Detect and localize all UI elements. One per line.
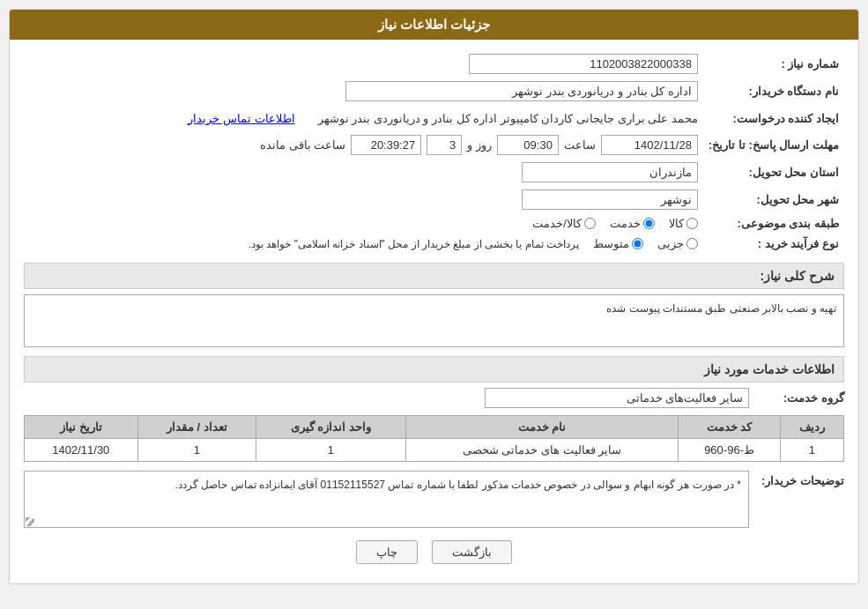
category-khedmat[interactable]: خدمت	[610, 217, 655, 230]
response-date: 1402/11/28	[601, 135, 698, 155]
services-section-label: اطلاعات خدمات مورد نیاز	[24, 356, 844, 382]
col-date: تاریخ نیاز	[25, 416, 138, 439]
category-kala-khedmat[interactable]: کالا/خدمت	[532, 217, 596, 230]
footer-buttons: بازگشت چاپ	[24, 540, 844, 573]
print-button[interactable]: چاپ	[356, 540, 418, 564]
general-desc-section-label: شرح کلی نیاز:	[24, 263, 844, 289]
day-label: روز و	[467, 138, 492, 152]
creator-label: ایجاد کننده درخواست:	[703, 105, 844, 131]
province-label: استان محل تحویل:	[703, 159, 844, 186]
response-remaining-label: ساعت باقی مانده	[260, 138, 345, 152]
col-code: کد خدمت	[679, 416, 781, 439]
category-label: طبقه بندی موضوعی:	[703, 213, 844, 234]
buyer-name-label: نام دستگاه خریدار:	[703, 78, 844, 105]
cell-row: 1	[780, 439, 843, 462]
city-label: شهر محل تحویل:	[703, 186, 844, 213]
response-time: 09:30	[497, 135, 559, 155]
city-value: نوشهر	[522, 189, 698, 210]
col-name: نام خدمت	[405, 416, 678, 439]
col-unit: واحد اندازه گیری	[256, 416, 406, 439]
col-row: ردیف	[780, 416, 843, 439]
response-days: 3	[427, 135, 462, 155]
purchase-type-jozii[interactable]: جزیی	[657, 237, 698, 250]
page-title: جزئیات اطلاعات نیاز	[10, 10, 858, 40]
general-desc-value: تهیه و نصب بالابر صنعتی طبق مستندات پیوس…	[24, 294, 844, 347]
time-label: ساعت	[564, 138, 596, 152]
buyer-name-value: اداره کل بنادر و دریانوردی بندر نوشهر	[345, 81, 698, 101]
cell-unit: 1	[256, 439, 406, 462]
service-group-label: گروه خدمت:	[756, 391, 844, 405]
cell-date: 1402/11/30	[25, 439, 138, 462]
resize-handle	[26, 517, 34, 526]
cell-code: ط-96-960	[679, 439, 781, 462]
response-deadline-label: مهلت ارسال پاسخ: تا تاریخ:	[703, 131, 844, 159]
contact-link[interactable]: اطلاعات تماس خریدار	[188, 112, 294, 125]
col-quantity: تعداد / مقدار	[137, 416, 256, 439]
services-table: ردیف کد خدمت نام خدمت واحد اندازه گیری ت…	[24, 415, 844, 462]
purchase-type-note: پرداخت تمام یا بخشی از مبلغ خریدار از مح…	[249, 238, 579, 250]
purchase-type-label: نوع فرآیند خرید :	[703, 234, 844, 254]
service-group-value: سایر فعالیت‌های خدماتی	[485, 388, 749, 408]
request-number-value: 1102003822000338	[469, 54, 698, 74]
back-button[interactable]: بازگشت	[432, 540, 512, 564]
cell-quantity: 1	[137, 439, 256, 462]
category-kala[interactable]: کالا	[669, 217, 698, 230]
request-number-label: شماره نیاز :	[703, 50, 844, 78]
province-value: مازندران	[522, 162, 698, 182]
response-remaining: 20:39:27	[351, 135, 421, 155]
creator-value: محمد علی براری جایجانی کاردان کامپیوتر ا…	[318, 112, 698, 125]
buyer-notes-value: * در صورت هر گونه ابهام و سوالی در خصوص …	[24, 471, 749, 528]
buyer-notes-label: توضیحات خریدار:	[756, 474, 844, 487]
table-row: 1ط-96-960سایر فعالیت های خدماتی شخصی1114…	[25, 439, 844, 462]
cell-name: سایر فعالیت های خدماتی شخصی	[405, 439, 678, 462]
purchase-type-motavasset[interactable]: متوسط	[593, 237, 643, 250]
